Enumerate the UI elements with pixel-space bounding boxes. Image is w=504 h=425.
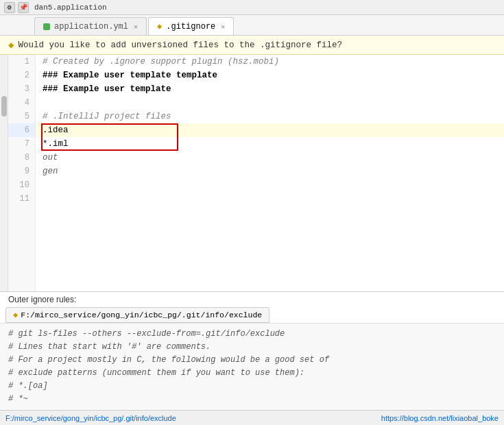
code-text-2: ### Example user template template [43,71,217,80]
line-num-4: 4 [8,96,35,110]
code-lines-container[interactable]: # Created by .ignore support plugin (hsz… [36,55,504,291]
scroll-thumb[interactable] [1,96,7,117]
yml-icon [43,23,50,30]
tab-application-yml[interactable]: application.yml ✕ [34,17,147,35]
settings-btn[interactable]: ⚙ [4,2,15,13]
status-right[interactable]: https://blog.csdn.net/lixiaobal_boke [381,414,499,422]
code-text-9: gen [43,167,58,176]
notification-icon: ◆ [8,39,14,51]
line-num-1: 1 [8,55,35,69]
outer-tab-label: F:/mirco_service/gong_yin/icbc_pg/.git/i… [21,311,262,319]
code-line-3[interactable]: ### Example user template [36,82,504,96]
code-text-11 [43,194,48,204]
code-line-7[interactable]: *.iml [36,137,504,151]
code-text-10 [43,180,48,190]
notification-text: Would you like to add unversioned files … [18,40,342,50]
code-text-3: ### Example user template [43,84,171,94]
tab-label-yml: application.yml [54,22,128,32]
code-text-6: .idea [43,125,69,135]
code-line-10[interactable] [36,178,504,192]
app-title: dan5.application [34,3,107,12]
status-left[interactable]: F:/mirco_service/gong_yin/icbc_pg/.git/i… [5,414,176,422]
exclude-code-block: # git ls-files --others --exclude-from=.… [0,323,504,410]
line-num-9: 9 [8,165,35,178]
code-editor[interactable]: 1 2 3 4 5 6 7 8 9 10 11 # Created by .ig… [8,55,504,291]
code-text-8: out [43,153,58,162]
line-num-8: 8 [8,151,35,165]
code-line-1[interactable]: # Created by .ignore support plugin (hsz… [36,55,504,69]
line-num-7: 7 [8,137,35,151]
code-line-8[interactable]: out [36,151,504,165]
line-num-10: 10 [8,178,35,192]
code-line-9[interactable]: gen [36,165,504,178]
pin-btn[interactable]: 📌 [18,2,29,13]
outer-tab-icon: ◆ [13,310,18,320]
code-text-4 [43,98,48,108]
scroll-indicator[interactable] [0,55,8,291]
line-numbers: 1 2 3 4 5 6 7 8 9 10 11 [8,55,36,291]
code-line-11[interactable] [36,192,504,206]
tab-close-yml[interactable]: ✕ [134,23,138,31]
code-line-5[interactable]: # .IntelliJ project files [36,110,504,123]
line-num-3: 3 [8,82,35,96]
status-bar: F:/mirco_service/gong_yin/icbc_pg/.git/i… [0,410,504,425]
line-num-6: 6 [8,123,35,137]
code-line-6[interactable]: 🔖 .idea [36,123,504,137]
code-line-4[interactable] [36,96,504,110]
exclude-line-4: # exclude patterns (uncomment them if yo… [8,367,496,380]
code-text-1: # Created by .ignore support plugin (hsz… [43,57,279,66]
notification-banner: ◆ Would you like to add unversioned file… [0,36,504,55]
code-text-5: # .IntelliJ project files [43,112,171,121]
bottom-section: Outer ignore rules: ◆ F:/mirco_service/g… [0,291,504,410]
editor-area: 1 2 3 4 5 6 7 8 9 10 11 # Created by .ig… [0,55,504,291]
tab-bar: application.yml ✕ ◆ .gitignore ✕ [0,15,504,36]
exclude-line-1: # git ls-files --others --exclude-from=.… [8,328,496,341]
outer-ignore-label: Outer ignore rules: [0,292,504,307]
outer-ignore-tab[interactable]: ◆ F:/mirco_service/gong_yin/icbc_pg/.git… [5,307,269,323]
gitignore-diamond-icon: ◆ [157,21,162,32]
line-num-2: 2 [8,69,35,82]
tab-label-gitignore: .gitignore [166,22,215,32]
exclude-line-5: # *.[oa] [8,380,496,393]
line-num-5: 5 [8,110,35,123]
tab-close-gitignore[interactable]: ✕ [221,23,225,31]
line-num-11: 11 [8,192,35,206]
code-content: 1 2 3 4 5 6 7 8 9 10 11 # Created by .ig… [8,55,504,291]
top-toolbar: ⚙ 📌 dan5.application [0,0,504,15]
code-text-7: *.iml [43,139,69,149]
exclude-line-2: # Lines that start with '#' are comments… [8,341,496,354]
exclude-line-3: # For a project mostly in C, the followi… [8,354,496,367]
code-line-2[interactable]: ### Example user template template [36,69,504,82]
exclude-line-6: # *~ [8,393,496,406]
tab-gitignore[interactable]: ◆ .gitignore ✕ [148,17,234,35]
